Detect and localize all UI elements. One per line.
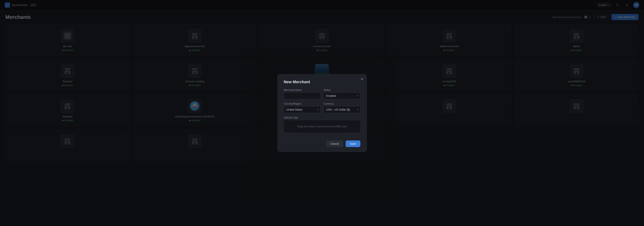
upload-group: Upload Logo Drag and drop or click to br… bbox=[284, 116, 360, 136]
modal-title: New Merchant bbox=[284, 80, 360, 84]
currency-group: Currency USD - US Dollar ($)EUR - Euro (… bbox=[324, 102, 360, 113]
status-select-wrapper: EnabledDisabled bbox=[324, 93, 360, 99]
currency-label: Currency bbox=[324, 102, 360, 105]
country-group: Country/Region United StatesChinaUK bbox=[284, 102, 320, 113]
modal-footer: Cancel Save bbox=[284, 140, 360, 147]
save-button[interactable]: Save bbox=[346, 140, 360, 147]
upload-label: Upload Logo bbox=[284, 116, 360, 119]
country-select[interactable]: United StatesChinaUK bbox=[284, 106, 320, 113]
merchant-name-label: Merchant Name bbox=[284, 89, 320, 91]
status-select[interactable]: EnabledDisabled bbox=[324, 93, 360, 99]
status-label: Status bbox=[324, 89, 360, 91]
currency-select-wrapper: USD - US Dollar ($)EUR - Euro (€)GBP - B… bbox=[324, 106, 360, 113]
cancel-button[interactable]: Cancel bbox=[326, 140, 343, 147]
merchant-name-group: Merchant Name bbox=[284, 89, 320, 99]
form-row-1: Merchant Name Status EnabledDisabled bbox=[284, 89, 360, 99]
new-merchant-modal: New Merchant ✕ Merchant Name Status Enab… bbox=[278, 74, 367, 152]
modal-overlay[interactable]: New Merchant ✕ Merchant Name Status Enab… bbox=[0, 0, 644, 226]
currency-select[interactable]: USD - US Dollar ($)EUR - Euro (€)GBP - B… bbox=[324, 106, 360, 113]
status-group: Status EnabledDisabled bbox=[324, 89, 360, 99]
merchant-name-input[interactable] bbox=[284, 93, 320, 99]
country-select-wrapper: United StatesChinaUK bbox=[284, 106, 320, 113]
modal-close-button[interactable]: ✕ bbox=[360, 77, 364, 81]
country-label: Country/Region bbox=[284, 102, 320, 105]
upload-area[interactable]: Drag and drop or click to browse (2MB ma… bbox=[284, 120, 360, 133]
upload-hint: Drag and drop or click to browse (2MB ma… bbox=[297, 125, 346, 128]
form-row-2: Country/Region United StatesChinaUK Curr… bbox=[284, 102, 360, 113]
